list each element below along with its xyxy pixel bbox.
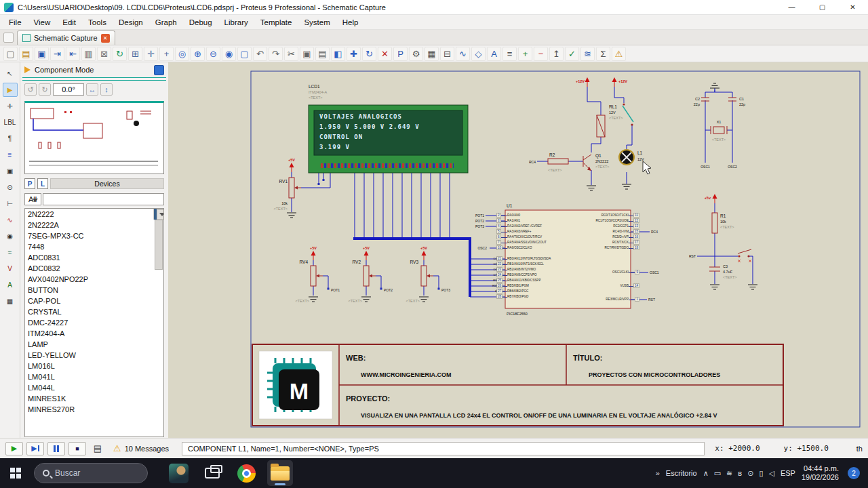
device-list-scrollbar[interactable] <box>153 209 163 220</box>
component-r2[interactable]: R2 <TEXT> <box>548 152 568 172</box>
power-12v-icon[interactable] <box>585 77 590 87</box>
menu-item[interactable]: Edit <box>56 15 82 30</box>
start-button[interactable] <box>0 458 31 488</box>
block-copy-icon[interactable]: ◧ <box>331 47 345 61</box>
component-x1[interactable]: X1 <TEXT> <box>711 120 727 142</box>
copy-icon[interactable]: ▣ <box>300 47 314 61</box>
device-list-item[interactable]: ITM2404-A <box>25 328 153 339</box>
generator-icon[interactable]: ≈ <box>3 245 18 260</box>
redo-icon[interactable]: ↷ <box>269 47 283 61</box>
power-12v-icon[interactable] <box>612 77 617 87</box>
center-view-icon[interactable]: ◎ <box>175 47 189 61</box>
property-assignment-icon[interactable]: A <box>487 47 501 61</box>
graph-mode-icon[interactable]: ∿ <box>3 213 18 227</box>
origin-icon[interactable]: ✛ <box>144 47 158 61</box>
subcircuit-icon[interactable]: ▣ <box>3 164 18 178</box>
root-sheet-icon[interactable] <box>154 65 164 75</box>
device-filter-input[interactable] <box>43 193 164 205</box>
zoom-in-icon[interactable]: ⊕ <box>191 47 205 61</box>
export-icon[interactable]: ⇤ <box>66 47 80 61</box>
language-indicator[interactable]: ESP <box>781 469 795 477</box>
new-sheet-icon[interactable]: + <box>518 47 532 61</box>
ground-icon[interactable] <box>361 297 371 302</box>
mirror-horizontal-button[interactable]: ↔ <box>86 83 98 96</box>
terminals-icon[interactable]: ⊙ <box>3 180 18 195</box>
photo-app-icon[interactable] <box>165 460 191 486</box>
power-5v-icon[interactable] <box>713 194 717 203</box>
device-category-select[interactable]: All <box>24 193 41 205</box>
device-list-item[interactable]: AVX0402NPO22P <box>25 274 153 285</box>
network-icon[interactable]: ≋ <box>726 469 732 478</box>
battery-icon[interactable]: ▯ <box>759 469 763 478</box>
menu-item[interactable]: Graph <box>149 15 183 30</box>
tab-close-icon[interactable]: ✕ <box>101 34 110 43</box>
warning-icon[interactable]: ⚠ <box>113 443 121 453</box>
import-icon[interactable]: ⇥ <box>50 47 64 61</box>
device-list-item[interactable]: CRYSTAL <box>25 306 153 317</box>
ground-icon[interactable] <box>710 285 719 289</box>
tab-schematic-capture[interactable]: Schematic Capture ✕ <box>17 30 115 45</box>
print-icon[interactable]: ▥ <box>81 47 96 61</box>
power-5v-icon[interactable] <box>290 163 294 172</box>
design-explorer-icon[interactable]: ≡ <box>502 47 517 61</box>
component-r1[interactable]: R1 10k <TEXT> <box>712 213 734 233</box>
device-list-item[interactable]: 7448 <box>25 241 153 252</box>
ground-icon[interactable] <box>419 297 429 302</box>
rotate-ccw-button[interactable]: ↺ <box>24 83 37 96</box>
packaging-tool-icon[interactable]: ▦ <box>425 47 439 61</box>
power-5v-icon[interactable] <box>422 251 427 260</box>
zoom-out-icon[interactable]: ⊖ <box>206 47 220 61</box>
component-rl1[interactable]: RL1 12V <TEXT> <box>597 103 633 137</box>
electrical-rule-check-icon[interactable]: ✓ <box>565 47 579 61</box>
component-c1[interactable]: C1 22p <box>728 97 745 106</box>
ground-icon[interactable] <box>710 83 719 88</box>
simulate-stop-button[interactable]: ■ <box>68 442 86 455</box>
pick-parts-icon[interactable]: P <box>393 47 408 61</box>
scroll-down-icon[interactable] <box>157 209 164 220</box>
ground-icon[interactable] <box>748 285 757 289</box>
menu-item[interactable]: View <box>28 15 57 30</box>
menu-item[interactable]: Design <box>113 15 149 30</box>
save-file-icon[interactable]: ▣ <box>35 47 49 61</box>
device-list-item[interactable]: LED-YELLOW <box>25 350 153 361</box>
ground-icon[interactable] <box>587 186 596 190</box>
pick-parts-button[interactable]: P <box>24 178 35 189</box>
device-list-item[interactable]: LM016L <box>25 361 153 371</box>
rotation-angle-input[interactable] <box>53 83 84 96</box>
component-l1[interactable]: L1 12V <box>619 150 644 165</box>
schematic-overview[interactable] <box>24 101 164 174</box>
power-5v-icon[interactable] <box>311 251 316 260</box>
library-manager-button[interactable]: L <box>37 178 48 189</box>
cut-icon[interactable]: ✂ <box>284 47 298 61</box>
device-list-item[interactable]: 2N2222A <box>25 220 153 230</box>
task-view-icon[interactable] <box>199 460 225 486</box>
schematic-canvas[interactable]: LCD1 ITM2404-A <TEXT> RV1 10k <TEXT> +5V… <box>168 62 868 438</box>
device-list-item[interactable]: LM044L <box>25 382 153 393</box>
wire-autorouter-icon[interactable]: ∿ <box>456 47 470 61</box>
component-rv3[interactable]: RV3 <TEXT> <box>406 260 433 303</box>
paste-icon[interactable]: ▤ <box>315 47 330 61</box>
component-c2[interactable]: C2 22p <box>694 97 709 106</box>
component-c3[interactable]: C3 4.7uF <TEXT> <box>709 264 736 279</box>
block-rotate-icon[interactable]: ↻ <box>362 47 376 61</box>
home-tab-icon[interactable] <box>3 33 14 43</box>
decompose-icon[interactable]: ⊟ <box>440 47 454 61</box>
device-list-item[interactable]: 2N2222 <box>25 209 153 220</box>
display-icon[interactable]: ▭ <box>714 469 721 478</box>
chrome-icon[interactable] <box>233 460 259 486</box>
reset-button[interactable] <box>738 249 751 262</box>
remove-sheet-icon[interactable]: − <box>534 47 548 61</box>
zoom-all-icon[interactable]: ◉ <box>222 47 236 61</box>
mark-area-icon[interactable]: ⊠ <box>97 47 111 61</box>
buses-icon[interactable]: ≡ <box>3 148 18 162</box>
clock[interactable]: 04:44 p.m. 19/02/2026 <box>802 464 839 482</box>
device-list-item[interactable]: LAMP <box>25 339 153 350</box>
menu-item[interactable]: Debug <box>183 15 218 30</box>
ground-icon[interactable] <box>622 184 631 189</box>
minimize-button[interactable]: — <box>776 0 807 15</box>
device-list-item[interactable]: DMC-24227 <box>25 317 153 328</box>
text-script-icon[interactable]: ¶ <box>3 131 18 146</box>
chevron-up-icon[interactable]: ∧ <box>703 469 709 478</box>
taskbar-search[interactable] <box>34 463 148 483</box>
volume-icon[interactable]: ◁ <box>768 469 774 478</box>
